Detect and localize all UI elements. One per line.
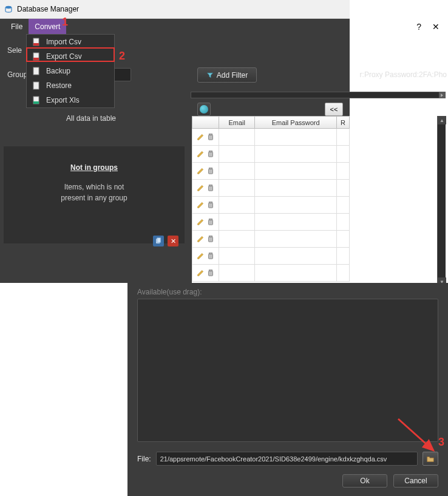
menu-import-csv[interactable]: Import Csv (27, 35, 114, 49)
svg-rect-25 (208, 254, 212, 259)
cell-email-password[interactable] (255, 231, 337, 248)
browse-button[interactable] (423, 452, 438, 466)
edit-icon[interactable] (197, 217, 205, 226)
cell-r[interactable] (337, 129, 350, 146)
callout-3: 3 (438, 436, 444, 449)
table-row[interactable] (192, 231, 350, 248)
cell-email-password[interactable] (255, 163, 337, 180)
close-button[interactable]: ✕ (432, 22, 440, 32)
cancel-button[interactable]: Cancel (393, 474, 438, 488)
cell-email-password[interactable] (255, 214, 337, 231)
add-filter-button[interactable]: Add Filter (197, 67, 257, 83)
svg-rect-2 (33, 43, 39, 46)
menu-restore[interactable]: Restore (27, 78, 114, 93)
edit-icon[interactable] (197, 268, 205, 277)
not-in-groups-panel: Not in groups Items, which is not presen… (4, 146, 185, 243)
cell-r[interactable] (337, 265, 350, 282)
pager-prev-button[interactable]: << (325, 103, 343, 116)
cell-email[interactable] (219, 180, 255, 197)
trash-icon[interactable] (206, 251, 215, 260)
not-groups-actions: ✕ (153, 236, 178, 246)
edit-icon[interactable] (197, 234, 205, 243)
trash-icon[interactable] (206, 166, 215, 175)
cell-email-password[interactable] (255, 265, 337, 282)
svg-rect-14 (209, 151, 212, 152)
cell-email[interactable] (219, 231, 255, 248)
cell-email-password[interactable] (255, 248, 337, 265)
cell-r[interactable] (337, 146, 350, 163)
edit-icon[interactable] (197, 200, 205, 209)
cell-r[interactable] (337, 163, 350, 180)
table-row[interactable] (192, 248, 350, 265)
cell-email[interactable] (219, 248, 255, 265)
menu-backup[interactable]: Backup (27, 64, 114, 78)
vertical-scrollbar[interactable]: ▲ ▼ (437, 116, 446, 286)
svg-rect-24 (209, 236, 212, 237)
copy-button[interactable] (153, 236, 164, 246)
edit-icon[interactable] (197, 183, 205, 192)
callout-2: 2 (119, 50, 125, 63)
table-row[interactable] (192, 129, 350, 146)
col-email[interactable]: Email (219, 117, 255, 129)
menu-convert[interactable]: Convert (29, 19, 66, 34)
trash-icon[interactable] (206, 234, 215, 243)
svg-rect-12 (209, 134, 212, 135)
cell-r[interactable] (337, 248, 350, 265)
trash-icon[interactable] (206, 149, 215, 158)
horizontal-scrollbar[interactable] (191, 92, 446, 98)
edit-icon[interactable] (197, 149, 205, 158)
cell-email[interactable] (219, 197, 255, 214)
trash-icon[interactable] (206, 217, 215, 226)
cell-email-password[interactable] (255, 197, 337, 214)
scroll-up-icon[interactable]: ▲ (438, 116, 446, 124)
trash-icon[interactable] (206, 132, 215, 141)
menu-item-label: Backup (46, 67, 70, 75)
refresh-button[interactable] (197, 103, 211, 116)
app-icon (4, 4, 13, 14)
help-button[interactable]: ? (416, 22, 421, 32)
cell-email[interactable] (219, 146, 255, 163)
file-path-input[interactable]: 21/appsremote/FacebookCreator2021/SID638… (156, 452, 418, 466)
table-row[interactable] (192, 163, 350, 180)
ok-button[interactable]: Ok (342, 474, 387, 488)
menu-export-xls[interactable]: Export Xls (27, 93, 114, 107)
edit-icon[interactable] (197, 251, 205, 260)
status-text: r:Proxy Password:2FA:Pho (360, 70, 447, 79)
svg-rect-17 (208, 186, 212, 191)
table-row[interactable] (192, 214, 350, 231)
cell-email-password[interactable] (255, 146, 337, 163)
cell-email[interactable] (219, 129, 255, 146)
cell-r[interactable] (337, 180, 350, 197)
cell-r[interactable] (337, 197, 350, 214)
delete-button[interactable]: ✕ (168, 236, 178, 246)
available-dropzone[interactable] (137, 299, 438, 442)
svg-rect-6 (33, 82, 39, 89)
table-row[interactable] (192, 197, 350, 214)
table-row[interactable] (192, 265, 350, 282)
cell-email[interactable] (219, 265, 255, 282)
col-tools[interactable] (192, 117, 219, 129)
table-row[interactable] (192, 180, 350, 197)
col-r[interactable]: R (337, 117, 350, 129)
cell-r[interactable] (337, 231, 350, 248)
menu-export-csv[interactable]: Export Csv (27, 49, 114, 64)
title-bar: Database Manager (0, 0, 350, 19)
trash-icon[interactable] (206, 268, 215, 277)
scroll-thumb[interactable] (439, 92, 445, 98)
edit-icon[interactable] (197, 132, 205, 141)
col-email-password[interactable]: Email Password (255, 117, 337, 129)
menu-file[interactable]: File (5, 19, 29, 34)
svg-rect-22 (209, 219, 212, 220)
trash-icon[interactable] (206, 183, 215, 192)
cell-email-password[interactable] (255, 129, 337, 146)
refresh-icon (200, 105, 208, 114)
cell-email[interactable] (219, 163, 255, 180)
cell-r[interactable] (337, 214, 350, 231)
table-row[interactable] (192, 146, 350, 163)
edit-icon[interactable] (197, 166, 205, 175)
cell-email[interactable] (219, 214, 255, 231)
row-tools (192, 129, 219, 146)
cell-email-password[interactable] (255, 180, 337, 197)
available-label: Available(use drag): (137, 288, 202, 296)
trash-icon[interactable] (206, 200, 215, 209)
